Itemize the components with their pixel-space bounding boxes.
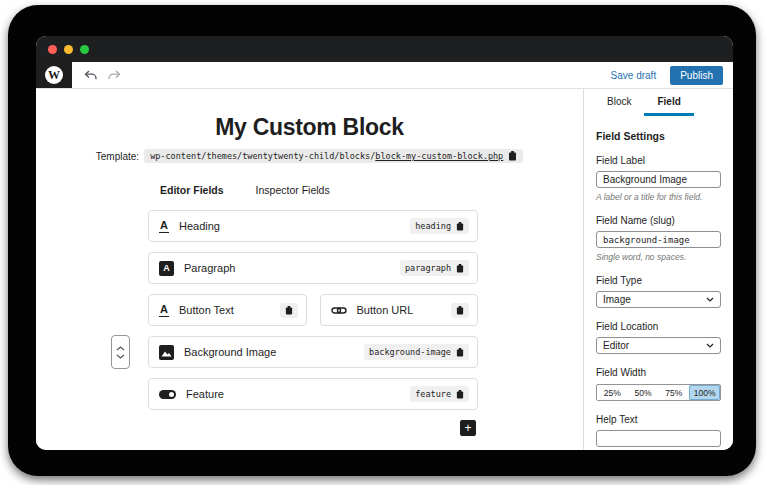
field-row-label: Heading xyxy=(179,220,410,232)
field-row-label: Paragraph xyxy=(184,262,400,274)
text-underline-icon: A xyxy=(159,219,169,232)
toggle-icon xyxy=(159,390,176,399)
fields-tabs: Editor Fields Inspector Fields xyxy=(160,184,583,196)
field-width-label: Field Width xyxy=(596,367,721,378)
help-text-input[interactable] xyxy=(596,430,721,447)
undo-icon[interactable] xyxy=(80,65,100,85)
wordpress-icon: W xyxy=(45,66,63,84)
app-window: W Save draft Publish My Custom Block Tem… xyxy=(36,36,733,450)
add-field-button[interactable]: + xyxy=(460,420,476,436)
close-window-button[interactable] xyxy=(48,45,57,54)
template-row: Template: wp-content/themes/twentytwenty… xyxy=(36,149,583,163)
field-rows: A Heading heading A Paragraph paragraph xyxy=(148,210,478,436)
field-name-label: Field Name (slug) xyxy=(596,215,721,226)
paragraph-icon: A xyxy=(159,261,174,276)
image-icon xyxy=(159,345,174,360)
slug-text: background-image xyxy=(369,347,451,357)
field-location-select[interactable]: Editor xyxy=(596,337,721,354)
field-location-label: Field Location xyxy=(596,321,721,332)
selected-row-wrap: Background Image background-image xyxy=(148,336,478,368)
width-option-25[interactable]: 25% xyxy=(597,385,628,400)
copy-pill[interactable] xyxy=(280,303,298,318)
history-controls xyxy=(72,62,124,88)
window-body: My Custom Block Template: wp-content/the… xyxy=(36,89,733,450)
template-label: Template: xyxy=(96,151,139,162)
slug-text: paragraph xyxy=(405,263,451,273)
field-label-label: Field Label xyxy=(596,155,721,166)
toolbar-spacer xyxy=(124,62,611,88)
field-row-background-image[interactable]: Background Image background-image xyxy=(148,336,478,368)
field-type-label: Field Type xyxy=(596,275,721,286)
chevron-down-icon xyxy=(706,343,714,348)
field-row-button-url[interactable]: Button URL xyxy=(320,294,479,326)
copy-icon[interactable] xyxy=(285,306,293,315)
help-text-label: Help Text xyxy=(596,414,721,425)
copy-icon[interactable] xyxy=(456,264,464,273)
field-row-feature[interactable]: Feature feature xyxy=(148,378,478,410)
template-path: wp-content/themes/twentytwenty-child/blo… xyxy=(150,151,503,161)
field-row-heading[interactable]: A Heading heading xyxy=(148,210,478,242)
row-mover[interactable] xyxy=(111,335,130,369)
field-name-help: Single word, no spaces. xyxy=(596,252,721,262)
text-underline-icon: A xyxy=(159,303,169,316)
field-width-segments: 25% 50% 75% 100% xyxy=(596,384,721,401)
slug-pill[interactable]: paragraph xyxy=(400,260,469,276)
page-title[interactable]: My Custom Block xyxy=(36,114,583,141)
copy-icon[interactable] xyxy=(456,348,464,357)
field-name-input[interactable] xyxy=(596,231,721,248)
field-type-value: Image xyxy=(603,294,631,305)
editor-canvas: My Custom Block Template: wp-content/the… xyxy=(36,89,583,450)
width-option-100[interactable]: 100% xyxy=(689,385,720,400)
copy-icon[interactable] xyxy=(508,151,517,161)
tab-field[interactable]: Field xyxy=(644,89,693,116)
field-label-help: A label or a title for this field. xyxy=(596,192,721,202)
chevron-up-icon[interactable] xyxy=(116,346,125,351)
tab-inspector-fields[interactable]: Inspector Fields xyxy=(256,184,330,196)
save-draft-button[interactable]: Save draft xyxy=(611,70,657,81)
split-row: A Button Text Button URL xyxy=(148,294,478,326)
template-path-chip[interactable]: wp-content/themes/twentytwenty-child/blo… xyxy=(144,149,523,163)
link-icon xyxy=(331,305,347,316)
copy-icon[interactable] xyxy=(456,306,464,315)
field-row-label: Feature xyxy=(186,388,410,400)
wordpress-menu-button[interactable]: W xyxy=(36,62,72,88)
field-type-select[interactable]: Image xyxy=(596,291,721,308)
field-row-label: Background Image xyxy=(184,346,364,358)
field-location-value: Editor xyxy=(603,340,629,351)
copy-pill[interactable] xyxy=(451,303,469,318)
width-option-75[interactable]: 75% xyxy=(659,385,690,400)
slug-text: feature xyxy=(415,389,451,399)
field-row-button-text[interactable]: A Button Text xyxy=(148,294,307,326)
field-row-label: Button Text xyxy=(179,304,280,316)
field-settings-heading: Field Settings xyxy=(596,130,721,142)
template-file-link[interactable]: block-my-custom-block.php xyxy=(375,151,503,161)
slug-text: heading xyxy=(415,221,451,231)
minimize-window-button[interactable] xyxy=(64,45,73,54)
field-row-label: Button URL xyxy=(357,304,452,316)
tab-editor-fields[interactable]: Editor Fields xyxy=(160,184,224,196)
publish-button[interactable]: Publish xyxy=(670,66,723,85)
settings-sidebar: Block Field Field Settings Field Label A… xyxy=(583,89,733,450)
chevron-down-icon[interactable] xyxy=(116,354,125,359)
copy-icon[interactable] xyxy=(456,222,464,231)
sidebar-tabs: Block Field xyxy=(584,89,733,116)
width-option-50[interactable]: 50% xyxy=(628,385,659,400)
field-row-paragraph[interactable]: A Paragraph paragraph xyxy=(148,252,478,284)
copy-icon[interactable] xyxy=(456,390,464,399)
macos-titlebar xyxy=(36,36,733,62)
chevron-down-icon xyxy=(706,297,714,302)
slug-pill[interactable]: background-image xyxy=(364,344,469,360)
redo-icon[interactable] xyxy=(104,65,124,85)
admin-toolbar: W Save draft Publish xyxy=(36,62,733,89)
field-label-input[interactable] xyxy=(596,171,721,188)
tab-block[interactable]: Block xyxy=(594,89,644,116)
zoom-window-button[interactable] xyxy=(80,45,89,54)
slug-pill[interactable]: feature xyxy=(410,386,469,402)
slug-pill[interactable]: heading xyxy=(410,218,469,234)
